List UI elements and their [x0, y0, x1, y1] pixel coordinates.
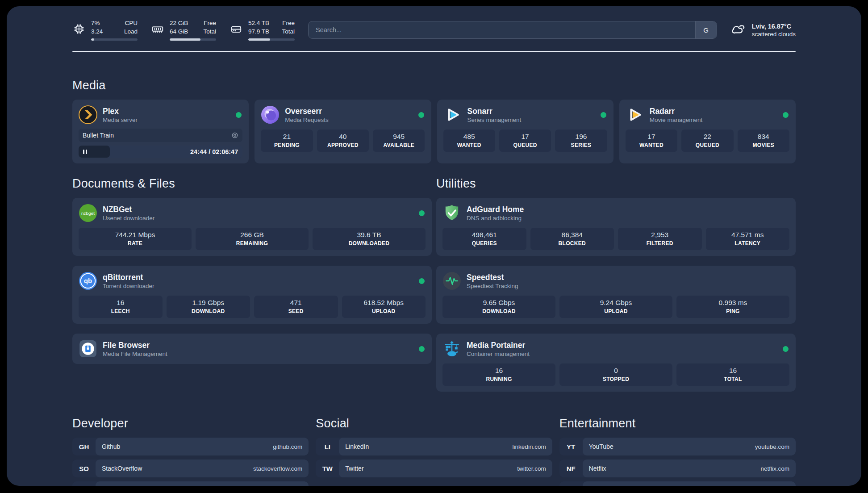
cpu-load-label: Load: [124, 28, 138, 36]
app-card-speedtest[interactable]: Speedtest Speedtest Tracking 9.65 Gbps D…: [436, 266, 796, 324]
app-card-portainer[interactable]: Media Portainer Container management 16 …: [436, 334, 796, 392]
bookmark-url: twitter.com: [517, 465, 546, 472]
sonarr-icon: [443, 105, 462, 124]
bookmark-youtube[interactable]: YT YouTube youtube.com: [559, 438, 796, 455]
stat-ping: 0.993 ms PING: [676, 296, 789, 318]
stackoverflow-icon: SO: [72, 460, 96, 477]
stat-filtered: 2,953 FILTERED: [618, 228, 702, 250]
stat-seed: 471 SEED: [254, 296, 338, 318]
app-title: qBittorrent: [103, 272, 154, 283]
app-card-plex[interactable]: Plex Media server Bullet Train: [72, 100, 249, 163]
linkedin-icon: LI: [316, 438, 339, 455]
app-card-adguard[interactable]: AdGuard Home DNS and adblocking 498,461 …: [436, 198, 796, 256]
weather-widget: Lviv, 16.87°C scattered clouds: [730, 21, 796, 39]
search-bar: G: [308, 21, 717, 39]
bookmark-reddit[interactable]: RE Reddit reddit.com: [559, 481, 796, 486]
bookmark-twitter[interactable]: TW Twitter twitter.com: [316, 460, 552, 477]
memory-stat: 22 GiB 64 GiB Free Total: [151, 19, 216, 40]
stat-pending: 21 PENDING: [261, 130, 313, 152]
weather-location-temp: Lviv, 16.87°C: [752, 23, 796, 30]
bookmark-netflix[interactable]: NF Netflix netflix.com: [559, 460, 796, 477]
stat-latency: 47.571 ms LATENCY: [706, 228, 790, 250]
stat-downloaded: 39.6 TB DOWNLOADED: [313, 228, 426, 250]
dashboard-panel: 7% 3.24 CPU Load: [7, 6, 861, 486]
disk-progress-fill: [248, 38, 270, 41]
overseerr-icon: [261, 105, 280, 124]
stat-total: 16 TOTAL: [676, 363, 789, 386]
section-title-developer: Developer: [72, 417, 309, 430]
app-subtitle: Torrent downloader: [103, 283, 154, 289]
bookmark-url: netflix.com: [760, 465, 789, 472]
hardware-stats: 7% 3.24 CPU Load: [72, 19, 295, 40]
bookmark-url: github.com: [273, 443, 302, 450]
app-card-filebrowser[interactable]: File Browser Media File Management: [72, 334, 432, 364]
app-card-qbittorrent[interactable]: qb qBittorrent Torrent downloader 16 LEE…: [72, 266, 432, 324]
memory-free-label: Free: [203, 19, 216, 27]
cpu-icon: [72, 22, 86, 38]
memory-free-value: 22 GiB: [170, 19, 188, 27]
app-title: Sonarr: [467, 106, 522, 117]
stat-rate: 744.21 Mbps RATE: [79, 228, 192, 250]
status-dot: [783, 346, 789, 352]
portainer-icon: [442, 339, 461, 358]
app-title: File Browser: [103, 340, 167, 351]
app-title: Radarr: [650, 106, 703, 117]
disk-stat: 52.4 TB 97.9 TB Free Total: [230, 19, 295, 40]
speedtest-icon: [442, 272, 461, 290]
status-dot: [419, 346, 425, 352]
stat-leech: 16 LEECH: [79, 296, 163, 318]
playback-progress-bar[interactable]: 24:44 / 02:06:47: [79, 146, 242, 158]
search-engine-button[interactable]: G: [695, 21, 717, 38]
qbittorrent-icon: qb: [79, 272, 97, 290]
status-dot: [783, 112, 789, 118]
memory-icon: [151, 22, 164, 38]
scattered-clouds-icon: [730, 21, 747, 39]
bookmark-dev[interactable]: DT DEV dev.to: [72, 481, 309, 486]
memory-total-value: 64 GiB: [170, 28, 188, 36]
stat-remaining: 266 GB REMAINING: [196, 228, 309, 250]
app-title: Speedtest: [467, 272, 518, 283]
bookmark-github[interactable]: GH Github github.com: [72, 438, 309, 455]
stat-series: 196 SERIES: [555, 130, 607, 152]
app-title: Plex: [103, 106, 138, 117]
app-card-radarr[interactable]: Radarr Movie management 17 WANTED 22 QUE…: [619, 100, 796, 163]
app-title: Overseerr: [285, 106, 329, 117]
app-card-nzbget[interactable]: nzbget NZBGet Usenet downloader 744.21 M…: [72, 198, 432, 256]
app-subtitle: Usenet downloader: [103, 215, 154, 221]
section-documents-files: Documents & Files nzbget NZBGet Usenet d…: [72, 177, 432, 364]
now-playing-settings-icon[interactable]: [231, 132, 238, 139]
weather-condition: scattered clouds: [752, 31, 796, 38]
pause-icon[interactable]: [83, 150, 87, 154]
section-developer: Developer GH Github github.com SO StackO…: [72, 417, 309, 486]
disk-progress-track: [248, 38, 295, 41]
section-title-utilities: Utilities: [436, 177, 796, 191]
stat-available: 945 AVAILABLE: [373, 130, 425, 152]
plex-icon: [79, 105, 97, 124]
stat-queued: 22 QUEUED: [681, 130, 733, 152]
memory-total-label: Total: [203, 28, 216, 36]
stat-queries: 498,461 QUERIES: [442, 228, 526, 250]
now-playing-title: Bullet Train: [83, 132, 114, 139]
adguard-icon: [442, 204, 461, 222]
app-subtitle: Movie management: [650, 117, 703, 123]
search-input[interactable]: [309, 21, 695, 38]
status-dot: [419, 210, 425, 216]
app-card-sonarr[interactable]: Sonarr Series management 485 WANTED 17 Q…: [437, 100, 613, 163]
cpu-progress-fill: [91, 38, 94, 41]
netflix-icon: NF: [559, 460, 583, 477]
cpu-usage-label: CPU: [124, 19, 138, 27]
stat-approved: 40 APPROVED: [317, 130, 369, 152]
bookmark-linkedin[interactable]: LI LinkedIn linkedin.com: [316, 438, 552, 455]
stat-wanted: 17 WANTED: [626, 130, 677, 152]
app-card-overseerr[interactable]: Overseerr Media Requests 21 PENDING 40 A…: [255, 100, 431, 163]
memory-progress-track: [170, 38, 216, 41]
stat-upload: 618.52 Mbps UPLOAD: [342, 296, 426, 318]
bookmark-stackoverflow[interactable]: SO StackOverflow stackoverflow.com: [72, 460, 309, 477]
stat-stopped: 0 STOPPED: [559, 363, 672, 386]
stat-queued: 17 QUEUED: [499, 130, 551, 152]
cpu-usage-value: 7%: [91, 19, 103, 27]
stat-wanted: 485 WANTED: [443, 130, 495, 152]
section-title-documents: Documents & Files: [72, 177, 432, 191]
now-playing-row: Bullet Train: [79, 129, 242, 142]
bookmark-name: Netflix: [589, 465, 606, 472]
